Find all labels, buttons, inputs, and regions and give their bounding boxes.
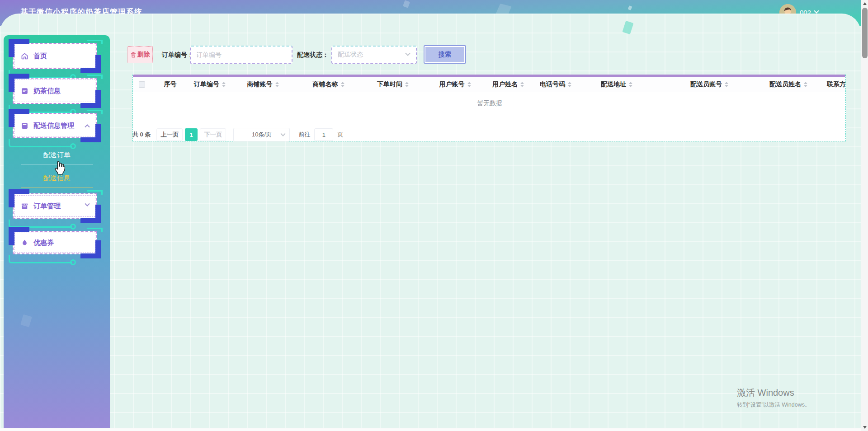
column-header-order-no[interactable]: 订单编号 bbox=[189, 77, 230, 92]
sort-icon[interactable] bbox=[405, 82, 409, 87]
sidebar-item-label: 优惠券 bbox=[33, 239, 54, 247]
sidebar-item-label: 配送信息管理 bbox=[33, 122, 74, 130]
confetti-shape bbox=[20, 314, 32, 328]
next-page-button[interactable]: 下一页 bbox=[200, 128, 226, 141]
confetti-shape bbox=[403, 0, 410, 8]
prev-page-button[interactable]: 上一页 bbox=[156, 128, 183, 141]
corner-bracket bbox=[9, 227, 29, 245]
sidebar: 首页 奶茶信息 配送信息管理 配送订单 配送信息 bbox=[4, 35, 110, 428]
trash-icon bbox=[131, 52, 136, 58]
corner-bracket bbox=[80, 124, 101, 142]
order-no-label: 订单编号： bbox=[162, 45, 193, 64]
horizontal-scrollbar[interactable] bbox=[0, 428, 861, 431]
select-all-cell bbox=[133, 77, 151, 92]
column-header-courier-name[interactable]: 配送员姓名 bbox=[766, 77, 811, 92]
page-size-select[interactable]: 10条/页 bbox=[233, 128, 290, 141]
sort-icon[interactable] bbox=[520, 82, 524, 87]
teal-tick-accent bbox=[87, 190, 103, 195]
chevron-down-icon bbox=[814, 8, 819, 13]
sidebar-item-order-manage[interactable]: 订单管理 bbox=[13, 193, 97, 219]
sidebar-subitem-delivery-info[interactable]: 配送信息 bbox=[4, 172, 110, 184]
sidebar-item-milktea-info[interactable]: 奶茶信息 bbox=[13, 78, 97, 104]
sort-icon[interactable] bbox=[629, 82, 632, 87]
watermark-line2: 转到“设置”以激活 Windows。 bbox=[737, 401, 811, 409]
column-header-address[interactable]: 配送地址 bbox=[580, 77, 653, 92]
empty-text: 暂无数据 bbox=[477, 99, 502, 108]
teal-tick-accent bbox=[87, 228, 103, 232]
corner-bracket bbox=[80, 55, 101, 73]
sidebar-subitem-delivery-orders[interactable]: 配送订单 bbox=[4, 149, 110, 161]
column-header-index: 序号 bbox=[151, 77, 189, 92]
column-header-courier-account[interactable]: 配送员账号 bbox=[653, 77, 766, 92]
toolbar: 删除 订单编号： 配送状态： 配送状态 搜索 bbox=[110, 45, 833, 64]
delete-button-label: 删除 bbox=[137, 51, 150, 59]
order-no-input[interactable] bbox=[190, 46, 292, 64]
pagination: 共 0 条 上一页 1 下一页 10条/页 前往 页 bbox=[132, 128, 343, 141]
app: 基于微信小程序的奶茶店管理系统 002 bbox=[0, 0, 868, 431]
teal-tick-accent bbox=[87, 110, 103, 114]
select-placeholder: 配送状态 bbox=[338, 51, 363, 59]
sidebar-item-coupon[interactable]: 优惠券 bbox=[13, 231, 97, 254]
sort-icon[interactable] bbox=[467, 82, 471, 87]
corner-bracket bbox=[80, 90, 101, 108]
corner-bracket bbox=[9, 39, 29, 57]
select-all-checkbox[interactable] bbox=[139, 81, 145, 88]
table-header-row: 序号 订单编号 商铺账号 商铺名称 下单时间 用户账号 用户姓名 电话号码 配送… bbox=[133, 77, 846, 92]
corner-bracket bbox=[80, 240, 101, 258]
corner-bracket bbox=[9, 189, 29, 207]
delete-button[interactable]: 删除 bbox=[127, 46, 153, 63]
sort-icon[interactable] bbox=[804, 82, 807, 87]
teal-tick-accent bbox=[87, 40, 103, 44]
goto-label: 前往 bbox=[298, 131, 310, 139]
windows-watermark: 激活 Windows 转到“设置”以激活 Windows。 bbox=[737, 387, 811, 409]
goto-page-input[interactable] bbox=[314, 128, 333, 141]
scrollbar-thumb[interactable] bbox=[862, 8, 868, 58]
divider bbox=[21, 187, 93, 187]
scroll-down-arrow-icon[interactable] bbox=[863, 426, 867, 429]
sort-icon[interactable] bbox=[568, 82, 571, 87]
total-count: 共 0 条 bbox=[132, 131, 151, 139]
sidebar-item-home[interactable]: 首页 bbox=[13, 43, 97, 69]
sort-icon[interactable] bbox=[222, 82, 226, 87]
sort-icon[interactable] bbox=[725, 82, 728, 87]
corner-bracket bbox=[9, 74, 29, 92]
column-header-user-name[interactable]: 用户姓名 bbox=[486, 77, 531, 92]
corner-bracket bbox=[9, 109, 29, 127]
current-page[interactable]: 1 bbox=[185, 128, 198, 141]
watermark-line1: 激活 Windows bbox=[737, 387, 811, 399]
sort-icon[interactable] bbox=[341, 82, 344, 87]
chevron-down-icon bbox=[281, 131, 286, 136]
delivery-status-select[interactable]: 配送状态 bbox=[331, 46, 417, 64]
column-header-shop-name[interactable]: 商铺名称 bbox=[296, 77, 361, 92]
chevron-down-icon bbox=[405, 51, 410, 56]
teal-line-accent bbox=[9, 139, 72, 147]
teal-line-accent bbox=[9, 255, 72, 263]
page-size-value: 10条/页 bbox=[252, 131, 272, 139]
column-header-shop-account[interactable]: 商铺账号 bbox=[230, 77, 296, 92]
page-unit-label: 页 bbox=[337, 131, 343, 139]
column-header-order-time[interactable]: 下单时间 bbox=[361, 77, 425, 92]
content-area: 删除 订单编号： 配送状态： 配送状态 搜索 序号 订单编号 商铺账号 商铺名称… bbox=[110, 25, 861, 431]
sidebar-item-label: 奶茶信息 bbox=[33, 87, 61, 95]
scroll-up-arrow-icon[interactable] bbox=[863, 2, 867, 5]
column-header-phone[interactable]: 电话号码 bbox=[531, 77, 580, 92]
sidebar-item-label: 订单管理 bbox=[33, 202, 61, 211]
sidebar-item-delivery-manage[interactable]: 配送信息管理 bbox=[13, 113, 97, 138]
corner-bracket bbox=[80, 205, 101, 223]
search-button[interactable]: 搜索 bbox=[424, 45, 466, 64]
delivery-status-label: 配送状态： bbox=[297, 45, 329, 64]
column-header-user-account[interactable]: 用户账号 bbox=[425, 77, 486, 92]
sidebar-item-label: 首页 bbox=[33, 52, 47, 61]
confetti-shape bbox=[627, 5, 632, 10]
sort-icon[interactable] bbox=[275, 82, 279, 87]
teal-tick-accent bbox=[87, 75, 103, 79]
divider bbox=[21, 164, 93, 164]
vertical-scrollbar[interactable] bbox=[861, 0, 868, 431]
column-header-contact[interactable]: 联系方式 bbox=[811, 77, 846, 92]
